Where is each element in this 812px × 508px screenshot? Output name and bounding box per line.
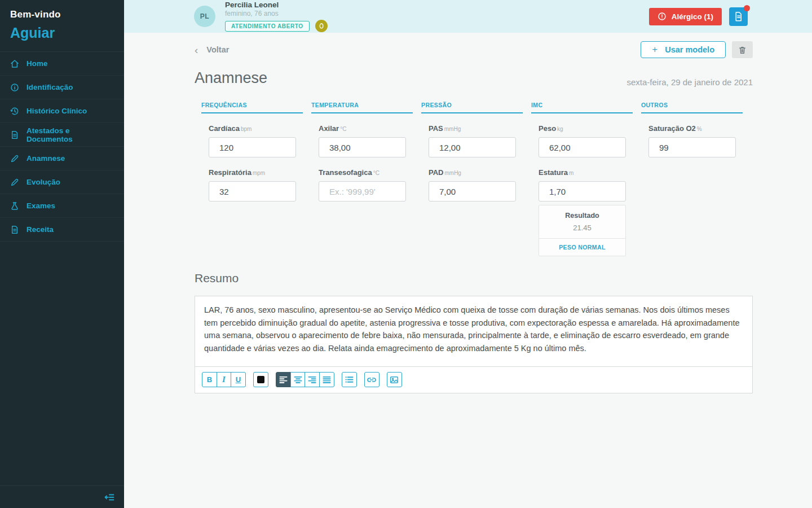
axilar-input[interactable] <box>319 137 406 157</box>
imc-classification: PESO NORMAL <box>539 238 625 256</box>
page-date: sexta-feira, 29 de janeiro de 2021 <box>627 77 753 87</box>
vitals-section: FREQUÊNCIAS Cardíacabpm Respiratóriampm … <box>195 102 753 244</box>
field-label: PAD <box>429 168 443 177</box>
align-center-icon <box>294 375 302 384</box>
section-title-frequencias: FREQUÊNCIAS <box>201 102 303 113</box>
align-right-button[interactable] <box>304 372 320 387</box>
estatura-input[interactable] <box>539 181 626 202</box>
history-icon <box>10 107 19 116</box>
patient-summary: PL Percilia Leonel feminino, 76 anos ATE… <box>194 1 328 32</box>
back-button-label: Voltar <box>206 45 229 54</box>
sidebar-item-label: Exames <box>27 202 55 210</box>
field-unit: mmHg <box>444 126 461 132</box>
link-button[interactable] <box>364 372 379 387</box>
insert-image-button[interactable] <box>387 372 402 387</box>
sidebar-item-receita[interactable]: Receita <box>0 218 124 242</box>
sidebar-item-exames[interactable]: Exames <box>0 194 124 218</box>
sidebar-item-atestados-documentos[interactable]: Atestados e Documentos <box>0 123 124 147</box>
sidebar-item-label: Evolução <box>27 178 60 186</box>
pressao-column: PRESSÃO PASmmHg PADmmHg <box>421 102 523 202</box>
section-title-imc: IMC <box>531 102 633 113</box>
text-color-button[interactable] <box>253 372 268 387</box>
sidebar-item-anamnese[interactable]: Anamnese <box>0 147 124 170</box>
chevron-left-icon: ‹ <box>195 45 198 55</box>
main-content: ‹ Voltar + Usar modelo Anamnese sexta-fe… <box>124 33 812 508</box>
gold-coin-icon <box>315 20 328 32</box>
notification-dot <box>744 5 750 11</box>
field-label: PAS <box>429 124 443 133</box>
peso-input[interactable] <box>539 137 626 157</box>
cardiaca-input[interactable] <box>209 137 296 157</box>
bullet-list-icon <box>345 375 354 384</box>
page-title: Anamnese <box>195 69 267 87</box>
trash-icon <box>738 46 747 54</box>
field-label: Respiratória <box>209 168 251 177</box>
field-label: Cardíaca <box>209 124 240 133</box>
field-label: Saturação O2 <box>648 124 696 133</box>
field-label: Transesofagica <box>319 168 372 177</box>
field-label: Estatura <box>539 168 568 177</box>
status-badge: ATENDIMENTO ABERTO <box>225 21 310 32</box>
use-template-label: Usar modelo <box>665 45 714 54</box>
align-justify-button[interactable] <box>319 372 334 387</box>
field-unit: bpm <box>241 126 251 132</box>
respiratoria-input[interactable] <box>209 181 296 202</box>
allergy-button-label: Alérgico (1) <box>672 12 713 21</box>
pad-input[interactable] <box>429 181 516 202</box>
allergy-button[interactable]: Alérgico (1) <box>649 8 722 25</box>
sidebar: Bem-vindo Aguiar Home Identificação Hist… <box>0 0 124 508</box>
collapse-sidebar-icon <box>104 493 114 502</box>
sidebar-welcome: Bem-vindo Aguiar <box>0 0 124 51</box>
sidebar-item-identificacao[interactable]: Identificação <box>0 76 124 99</box>
sidebar-nav: Home Identificação Histórico Clínico Ate… <box>0 51 124 242</box>
sidebar-item-home[interactable]: Home <box>0 52 124 76</box>
align-justify-icon <box>323 375 331 384</box>
sidebar-item-historico-clinico[interactable]: Histórico Clínico <box>0 99 124 123</box>
align-center-button[interactable] <box>290 372 306 387</box>
home-icon <box>10 59 19 68</box>
underline-button[interactable]: U <box>231 372 246 387</box>
color-swatch-icon <box>257 376 264 383</box>
back-button[interactable]: ‹ Voltar <box>195 45 229 55</box>
sidebar-item-label: Anamnese <box>27 154 65 163</box>
patient-name: Percilia Leonel <box>225 1 328 9</box>
field-unit: °C <box>340 126 346 132</box>
sidebar-item-label: Identificação <box>27 83 73 91</box>
sidebar-collapse-button[interactable] <box>0 485 124 508</box>
transesofagica-input[interactable] <box>319 181 406 202</box>
resumo-textarea[interactable]: LAR, 76 anos, sexo masculino, apresentou… <box>195 296 752 367</box>
temperatura-column: TEMPERATURA Axilar°C Transesofagica°C <box>311 102 413 202</box>
bold-button[interactable]: B <box>202 372 217 387</box>
field-unit: kg <box>557 126 563 132</box>
resumo-section: Resumo LAR, 76 anos, sexo masculino, apr… <box>195 271 753 393</box>
info-icon <box>10 83 19 92</box>
sidebar-item-label: Receita <box>27 225 54 234</box>
delete-button[interactable] <box>732 41 753 58</box>
use-template-button[interactable]: + Usar modelo <box>641 41 726 58</box>
imc-column: IMC Pesokg Estaturam Resultado 21.45 PES… <box>531 102 633 256</box>
sidebar-item-label: Home <box>27 59 48 68</box>
imc-result-label: Resultado <box>539 205 625 220</box>
field-label: Axilar <box>319 124 339 133</box>
pencil-icon <box>10 154 19 163</box>
document-icon <box>10 130 19 139</box>
align-left-icon <box>279 375 288 384</box>
image-icon <box>390 375 399 384</box>
alert-circle-icon <box>657 12 667 21</box>
pencil-icon <box>10 178 19 187</box>
avatar: PL <box>194 6 215 27</box>
pas-input[interactable] <box>429 137 516 157</box>
documents-notification-button[interactable] <box>729 7 748 26</box>
sidebar-item-evolucao[interactable]: Evolução <box>0 170 124 194</box>
imc-result-box: Resultado 21.45 PESO NORMAL <box>539 205 626 256</box>
flask-icon <box>10 202 19 211</box>
align-left-button[interactable] <box>276 372 291 387</box>
saturacao-o2-input[interactable] <box>648 137 736 157</box>
link-icon <box>367 375 376 384</box>
document-icon <box>10 225 19 234</box>
plus-icon: + <box>652 44 657 55</box>
bullet-list-button[interactable] <box>342 372 357 387</box>
sidebar-item-label: Atestados e Documentos <box>27 126 114 143</box>
italic-button[interactable]: I <box>217 372 232 387</box>
field-unit: % <box>697 126 702 132</box>
